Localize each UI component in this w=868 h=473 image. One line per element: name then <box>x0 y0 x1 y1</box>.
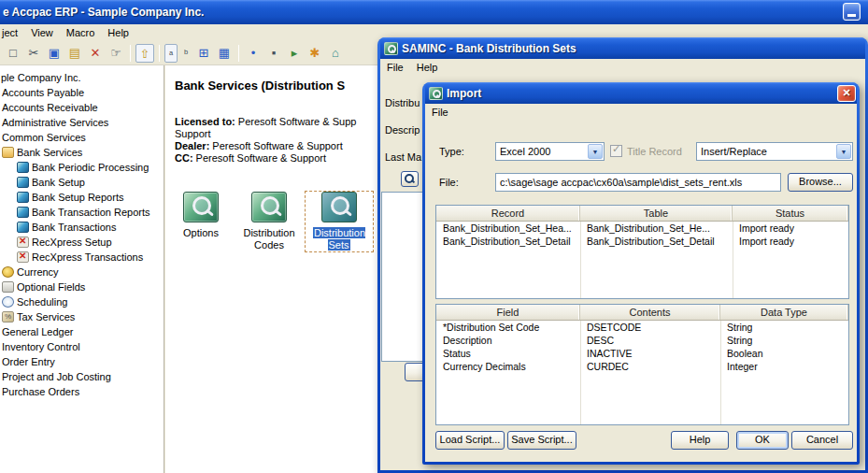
star-icon[interactable]: ✱ <box>306 44 324 63</box>
tree-item-scheduling[interactable]: Scheduling <box>0 294 164 309</box>
table-row[interactable]: Currency Decimals CURDEC Integer <box>436 360 848 373</box>
saminc-menu-help[interactable]: Help <box>410 60 445 75</box>
table-row[interactable]: Bank_Distribution_Set_Hea... Bank_Distri… <box>436 222 848 235</box>
delete-icon[interactable]: ✕ <box>86 44 105 63</box>
tree-item-project-and-job-costing[interactable]: Project and Job Costing <box>0 369 164 384</box>
tree-item-bank-transactions[interactable]: Bank Transactions <box>0 220 164 235</box>
saminc-title: SAMINC - Bank Distribution Sets <box>402 42 576 55</box>
tree-item-recxpress-setup[interactable]: RecXpress Setup <box>0 235 164 250</box>
license-info: Licensed to:Peresoft Software & Supp Sup… <box>175 116 356 165</box>
table-row[interactable]: Status INACTIVE Boolean <box>436 347 848 360</box>
ok-button[interactable]: OK <box>736 431 789 450</box>
column-header[interactable]: Status <box>733 206 848 221</box>
main-window-title: e Accpac ERP - Sample Company Inc. <box>3 6 204 19</box>
up-level-icon[interactable]: ⇧ <box>135 44 154 63</box>
tree-item-general-ledger[interactable]: General Ledger <box>0 324 164 339</box>
table-row[interactable]: Description DESC String <box>436 334 848 347</box>
table-row[interactable]: *Distribution Set Code DSETCODE String <box>436 321 848 334</box>
minimize-button[interactable] <box>843 3 861 21</box>
file-path-input[interactable]: c:\sage\sage accpac\cx60a\sample\dist_se… <box>495 173 781 192</box>
tree-item-accounts-receivable[interactable]: Accounts Receivable <box>0 100 164 115</box>
distribution-set-list[interactable] <box>381 192 426 362</box>
distribution-sets-shortcut[interactable]: Distribution Sets <box>306 192 373 251</box>
options-icon <box>183 192 219 222</box>
tree-item-currency[interactable]: Currency <box>0 265 164 280</box>
help-button[interactable]: Help <box>671 431 729 450</box>
grid-view-icon[interactable]: ⊞ <box>194 44 213 63</box>
column-header[interactable]: Table <box>580 206 733 221</box>
toggle-b-icon[interactable]: ᵇ <box>179 44 192 63</box>
copy-icon[interactable]: ▣ <box>45 44 64 63</box>
distribution-sets-icon <box>321 192 357 222</box>
table-row[interactable]: Bank_Distribution_Set_Detail Bank_Distri… <box>436 235 848 248</box>
properties-icon[interactable]: ☞ <box>107 44 125 63</box>
saminc-titlebar[interactable]: SAMINC - Bank Distribution Sets <box>380 37 865 59</box>
tree-item-purchase-orders[interactable]: Purchase Orders <box>0 384 164 399</box>
run-icon[interactable]: ▸ <box>285 44 304 63</box>
open-folder-icon <box>2 147 14 158</box>
scheduling-icon <box>2 296 14 308</box>
tree-item-common-services[interactable]: Common Services <box>0 130 164 145</box>
tree-item-recxpress-transactions[interactable]: RecXpress Transactions <box>0 250 164 265</box>
import-body: File Type: Excel 2000 ▼ ✓ Title Record I… <box>425 104 857 462</box>
main-titlebar[interactable]: e Accpac ERP - Sample Company Inc. <box>0 0 868 24</box>
load-script-button[interactable]: Load Script... <box>435 431 505 450</box>
column-header[interactable]: Record <box>436 206 580 221</box>
import-title: Import <box>447 87 481 100</box>
column-divider <box>580 222 581 298</box>
mode-select[interactable]: Insert/Replace ▼ <box>696 142 853 161</box>
saminc-menubar: File Help <box>380 59 865 75</box>
file-label: File: <box>439 177 459 188</box>
distribution-codes-shortcut[interactable]: Distribution Codes <box>235 192 303 251</box>
menu-view[interactable]: View <box>24 25 60 40</box>
tree-item-company-root[interactable]: ple Company Inc. <box>0 70 164 85</box>
details-view-icon[interactable]: ▦ <box>215 44 234 63</box>
tree-item-bank-setup[interactable]: Bank Setup <box>0 175 164 190</box>
tree-item-bank-transaction-reports[interactable]: Bank Transaction Reports <box>0 205 164 220</box>
cancel-button[interactable]: Cancel <box>791 431 853 450</box>
import-menubar: File <box>425 104 857 120</box>
bank-module-icon <box>17 207 29 218</box>
square-bullet-icon[interactable]: ▪ <box>264 44 283 63</box>
records-table[interactable]: Record Table Status Bank_Distribution_Se… <box>435 205 849 299</box>
tree-item-tax-services[interactable]: Tax Services <box>0 309 164 324</box>
new-icon[interactable]: □ <box>4 44 22 63</box>
column-header[interactable]: Field <box>436 305 580 320</box>
menu-help[interactable]: Help <box>101 25 135 40</box>
close-icon: ✕ <box>842 87 850 98</box>
column-header[interactable]: Contents <box>580 305 720 320</box>
save-script-button[interactable]: Save Script... <box>507 431 576 450</box>
type-select[interactable]: Excel 2000 ▼ <box>495 142 605 161</box>
chevron-down-icon: ▼ <box>588 144 603 159</box>
tree-item-optional-fields[interactable]: Optional Fields <box>0 280 164 294</box>
finder-button[interactable] <box>401 171 419 187</box>
import-titlebar[interactable]: Import ✕ <box>425 82 857 104</box>
cut-icon[interactable]: ✂ <box>24 44 43 63</box>
home-icon[interactable]: ⌂ <box>326 44 345 63</box>
paste-icon[interactable]: ▤ <box>65 44 84 63</box>
tree-item-bank-services[interactable]: Bank Services <box>0 145 164 160</box>
tree-item-bank-setup-reports[interactable]: Bank Setup Reports <box>0 190 164 205</box>
bank-module-icon <box>17 177 29 188</box>
tree-item-order-entry[interactable]: Order Entry <box>0 354 164 369</box>
fields-table-header: Field Contents Data Type <box>436 305 848 321</box>
options-shortcut[interactable]: Options <box>167 192 235 239</box>
saminc-menu-file[interactable]: File <box>380 60 410 75</box>
tree-item-bank-periodic-processing[interactable]: Bank Periodic Processing <box>0 160 164 175</box>
bank-module-icon <box>17 192 29 203</box>
tree-item-inventory-control[interactable]: Inventory Control <box>0 339 164 354</box>
browse-button[interactable]: Browse... <box>788 173 853 192</box>
bullet-icon[interactable]: • <box>244 44 263 63</box>
recxpress-icon <box>17 236 29 248</box>
tree-item-administrative-services[interactable]: Administrative Services <box>0 115 164 130</box>
close-button[interactable]: ✕ <box>837 85 856 102</box>
toolbar-separator <box>238 45 239 62</box>
bank-module-icon <box>17 162 29 173</box>
import-menu-file[interactable]: File <box>425 105 455 120</box>
toggle-a-icon[interactable]: ᵃ <box>164 44 178 63</box>
fields-table[interactable]: Field Contents Data Type *Distribution S… <box>435 304 849 425</box>
tree-item-accounts-payable[interactable]: Accounts Payable <box>0 85 164 100</box>
column-header[interactable]: Data Type <box>720 305 848 320</box>
menu-macro[interactable]: Macro <box>60 25 102 40</box>
menu-object[interactable]: ject <box>0 25 24 40</box>
